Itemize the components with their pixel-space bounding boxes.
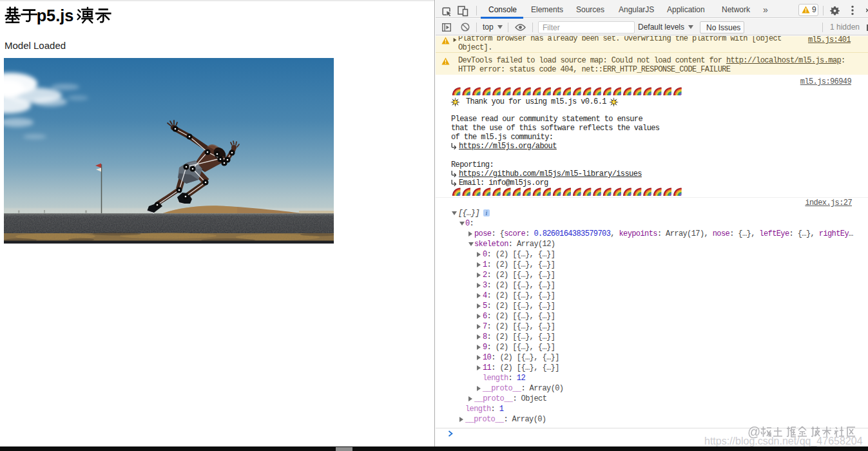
svg-text:p5.js: p5.js — [37, 6, 74, 24]
